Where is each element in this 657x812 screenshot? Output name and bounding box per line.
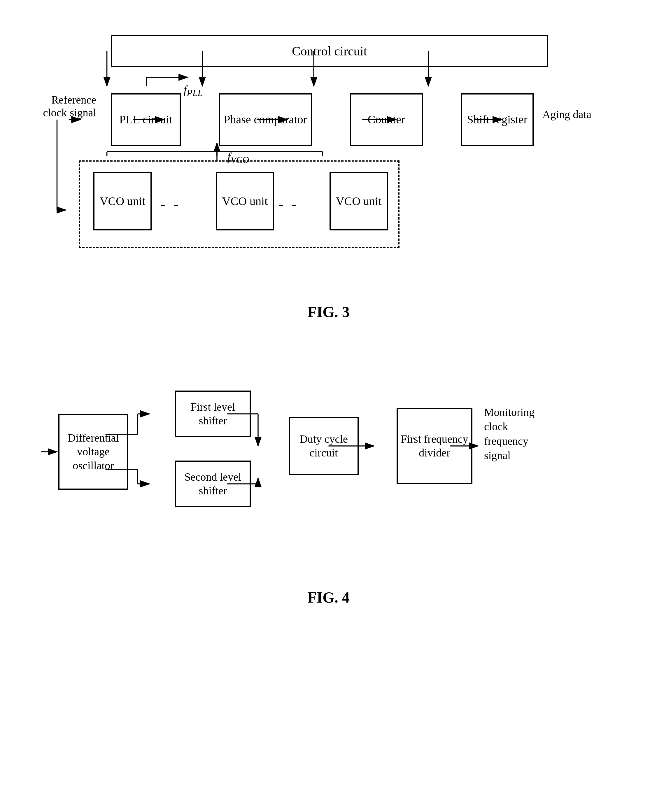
- first-level-shifter-label: First level shifter: [176, 400, 250, 428]
- pll-label: PLL circuit: [119, 112, 172, 127]
- diff-osc-label: Differential voltage oscillator: [59, 431, 127, 473]
- dots1: - -: [160, 195, 181, 212]
- duty-cycle-label: Duty cycle circuit: [290, 432, 358, 460]
- second-level-shifter-block: Second level shifter: [175, 461, 251, 507]
- phase-comparator-label: Phase comparator: [224, 112, 307, 127]
- vco2-block: VCO unit: [216, 172, 274, 231]
- fvco-sub: VCO: [230, 155, 249, 165]
- vco3-block: VCO unit: [330, 172, 388, 231]
- counter-block: Counter: [350, 94, 423, 146]
- fig4-diagram: Differential voltage oscillator First le…: [35, 355, 622, 583]
- pll-circuit-block: PLL circuit: [111, 94, 181, 146]
- counter-label: Counter: [368, 112, 405, 127]
- fig4-caption: FIG. 4: [35, 589, 622, 606]
- phase-comparator-block: Phase comparator: [219, 94, 312, 146]
- vco3-label: VCO unit: [336, 194, 382, 209]
- vco2-label: VCO unit: [222, 194, 268, 209]
- vco1-block: VCO unit: [93, 172, 152, 231]
- diff-osc-block: Differential voltage oscillator: [58, 414, 128, 490]
- control-circuit-label: Control circuit: [292, 43, 367, 59]
- control-circuit-block: Control circuit: [111, 35, 548, 67]
- fpll-f: f: [184, 83, 187, 96]
- first-level-shifter-block: First level shifter: [175, 391, 251, 437]
- monitoring-clock-label: Monitoring clock frequency signal: [484, 405, 548, 463]
- ref-clock-label: Reference clock signal: [35, 94, 96, 119]
- first-freq-div-block: First frequency divider: [397, 408, 472, 484]
- fig3-caption-text: FIG. 3: [307, 304, 349, 320]
- fig3-caption: FIG. 3: [35, 303, 622, 321]
- fpll-label: fPLL: [184, 83, 203, 98]
- fpll-sub: PLL: [187, 88, 203, 98]
- dots2: - -: [279, 195, 299, 212]
- fvco-f: f: [227, 151, 230, 163]
- duty-cycle-block: Duty cycle circuit: [289, 417, 359, 475]
- fig4-caption-text: FIG. 4: [307, 589, 349, 606]
- aging-data-label: Aging data: [542, 108, 592, 121]
- fvco-label: fVCO: [227, 150, 249, 165]
- shift-register-label: Shift register: [467, 112, 528, 127]
- fig3-diagram: Control circuit PLL circuit Phase compar…: [35, 23, 622, 286]
- second-level-shifter-label: Second level shifter: [176, 470, 250, 498]
- page: Control circuit PLL circuit Phase compar…: [0, 0, 657, 812]
- vco1-label: VCO unit: [100, 194, 145, 209]
- shift-register-block: Shift register: [461, 94, 534, 146]
- first-freq-div-label: First frequency divider: [398, 432, 471, 460]
